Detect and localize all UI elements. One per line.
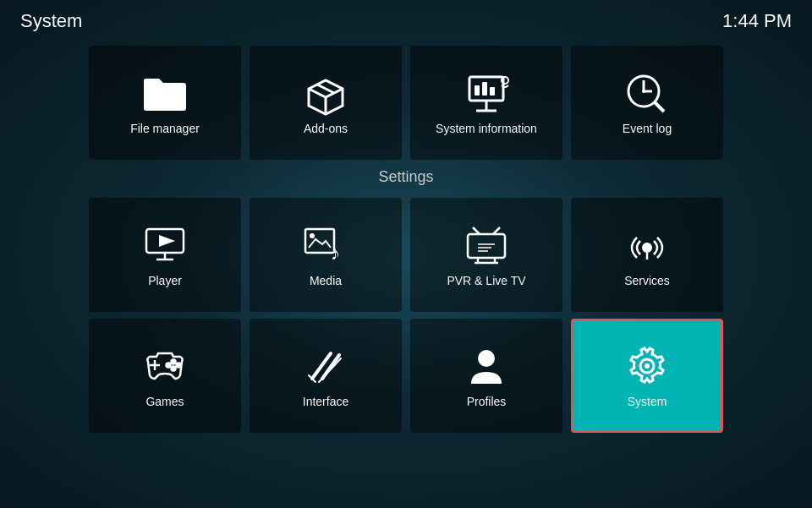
system-icon bbox=[622, 343, 672, 390]
svg-point-35 bbox=[172, 367, 176, 371]
tile-games-label: Games bbox=[145, 395, 184, 408]
tile-file-manager[interactable]: File manager bbox=[89, 46, 241, 160]
settings-row-2: Games Interface Profiles Syste bbox=[0, 319, 812, 433]
svg-point-41 bbox=[478, 350, 495, 367]
svg-line-40 bbox=[319, 358, 341, 382]
media-icon: ♪ bbox=[300, 222, 351, 269]
tile-add-ons[interactable]: Add-ons bbox=[250, 46, 402, 160]
tile-pvr-live-tv[interactable]: PVR & Live TV bbox=[410, 198, 562, 312]
svg-rect-5 bbox=[490, 87, 495, 96]
tile-player-label: Player bbox=[148, 274, 182, 287]
tile-system-information[interactable]: System information bbox=[410, 46, 562, 160]
svg-point-18 bbox=[310, 233, 315, 238]
svg-point-36 bbox=[167, 363, 171, 368]
tile-file-manager-label: File manager bbox=[130, 122, 200, 135]
svg-point-43 bbox=[645, 363, 650, 369]
tile-interface[interactable]: Interface bbox=[250, 319, 402, 433]
svg-rect-20 bbox=[468, 234, 505, 258]
svg-rect-17 bbox=[305, 229, 334, 253]
games-icon bbox=[140, 343, 190, 390]
svg-rect-4 bbox=[482, 82, 487, 96]
folder-icon bbox=[140, 70, 190, 117]
settings-row-1: Player ♪ Media bbox=[0, 198, 812, 312]
box-icon bbox=[300, 70, 351, 117]
tile-games[interactable]: Games bbox=[89, 319, 241, 433]
svg-point-34 bbox=[177, 363, 181, 368]
svg-point-29 bbox=[642, 243, 652, 253]
page-title: System bbox=[20, 10, 82, 32]
tile-profiles-label: Profiles bbox=[467, 395, 507, 408]
tile-event-log-label: Event log bbox=[623, 122, 672, 135]
header: System 1:44 PM bbox=[0, 0, 812, 42]
svg-point-10 bbox=[642, 90, 645, 93]
svg-line-37 bbox=[312, 353, 331, 379]
tile-interface-label: Interface bbox=[303, 395, 348, 408]
tile-system-information-label: System information bbox=[436, 122, 537, 135]
tile-player[interactable]: Player bbox=[89, 198, 241, 312]
svg-text:♪: ♪ bbox=[331, 243, 340, 264]
top-tiles-row: File manager Add-ons System information bbox=[0, 46, 812, 160]
tile-media-label: Media bbox=[310, 274, 342, 287]
services-icon bbox=[622, 222, 672, 269]
interface-icon bbox=[300, 343, 351, 390]
svg-point-33 bbox=[172, 360, 176, 364]
tile-pvr-live-tv-label: PVR & Live TV bbox=[447, 274, 525, 287]
profiles-icon bbox=[461, 343, 512, 390]
clock: 1:44 PM bbox=[722, 10, 792, 32]
tile-system-label: System bbox=[628, 395, 667, 408]
clock-search-icon bbox=[622, 70, 672, 117]
svg-rect-3 bbox=[475, 85, 480, 96]
tv-icon bbox=[461, 222, 512, 269]
tile-services[interactable]: Services bbox=[571, 198, 723, 312]
tile-services-label: Services bbox=[624, 274, 670, 287]
tile-media[interactable]: ♪ Media bbox=[250, 198, 402, 312]
tile-profiles[interactable]: Profiles bbox=[410, 319, 562, 433]
settings-section-label: Settings bbox=[0, 160, 812, 191]
player-icon bbox=[140, 222, 190, 269]
projector-icon bbox=[461, 70, 512, 117]
tile-system[interactable]: System bbox=[571, 319, 723, 433]
svg-marker-16 bbox=[159, 235, 175, 247]
tile-add-ons-label: Add-ons bbox=[304, 122, 348, 135]
tile-event-log[interactable]: Event log bbox=[571, 46, 723, 160]
svg-line-11 bbox=[655, 102, 664, 112]
